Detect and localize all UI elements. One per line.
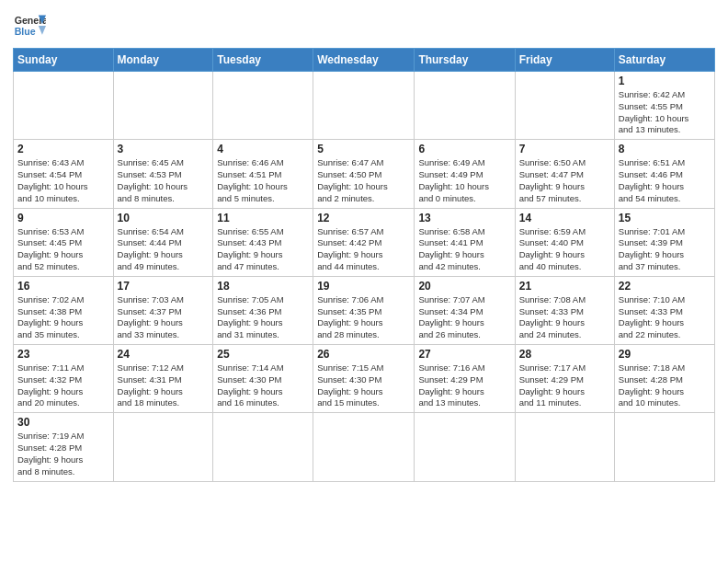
- day-number: 27: [418, 348, 510, 361]
- day-info: Sunrise: 6:55 AM Sunset: 4:43 PM Dayligh…: [217, 226, 309, 273]
- day-cell: 1Sunrise: 6:42 AM Sunset: 4:55 PM Daylig…: [614, 72, 714, 140]
- day-cell: [614, 413, 714, 481]
- day-cell: 4Sunrise: 6:46 AM Sunset: 4:51 PM Daylig…: [213, 140, 313, 208]
- day-number: 5: [317, 143, 410, 155]
- week-row-6: 30Sunrise: 7:19 AM Sunset: 4:28 PM Dayli…: [14, 413, 715, 481]
- day-cell: 18Sunrise: 7:05 AM Sunset: 4:36 PM Dayli…: [213, 276, 313, 344]
- day-info: Sunrise: 7:05 AM Sunset: 4:36 PM Dayligh…: [217, 294, 309, 341]
- day-number: 26: [317, 348, 410, 361]
- day-info: Sunrise: 6:43 AM Sunset: 4:54 PM Dayligh…: [17, 157, 109, 204]
- day-info: Sunrise: 7:17 AM Sunset: 4:29 PM Dayligh…: [519, 362, 610, 409]
- day-number: 20: [418, 280, 510, 293]
- day-number: 4: [217, 143, 309, 155]
- day-info: Sunrise: 7:19 AM Sunset: 4:28 PM Dayligh…: [17, 431, 109, 477]
- weekday-header-monday: Monday: [113, 49, 213, 72]
- day-cell: 29Sunrise: 7:18 AM Sunset: 4:28 PM Dayli…: [614, 345, 714, 413]
- day-info: Sunrise: 6:51 AM Sunset: 4:46 PM Dayligh…: [619, 157, 711, 204]
- day-info: Sunrise: 7:02 AM Sunset: 4:38 PM Dayligh…: [17, 294, 109, 341]
- day-cell: 15Sunrise: 7:01 AM Sunset: 4:39 PM Dayli…: [614, 208, 714, 276]
- day-number: 7: [519, 143, 610, 155]
- day-cell: 16Sunrise: 7:02 AM Sunset: 4:38 PM Dayli…: [14, 276, 114, 344]
- day-number: 13: [418, 212, 510, 224]
- day-number: 17: [118, 280, 210, 293]
- day-number: 11: [217, 212, 309, 224]
- day-cell: 13Sunrise: 6:58 AM Sunset: 4:41 PM Dayli…: [415, 208, 515, 276]
- day-cell: 9Sunrise: 6:53 AM Sunset: 4:45 PM Daylig…: [14, 208, 114, 276]
- day-cell: 7Sunrise: 6:50 AM Sunset: 4:47 PM Daylig…: [515, 140, 614, 208]
- day-info: Sunrise: 6:47 AM Sunset: 4:50 PM Dayligh…: [317, 157, 410, 204]
- day-number: 18: [217, 280, 309, 293]
- day-cell: 21Sunrise: 7:08 AM Sunset: 4:33 PM Dayli…: [515, 276, 614, 344]
- day-number: 6: [418, 143, 510, 155]
- day-number: 24: [118, 348, 210, 361]
- day-cell: 2Sunrise: 6:43 AM Sunset: 4:54 PM Daylig…: [14, 140, 114, 208]
- day-info: Sunrise: 6:50 AM Sunset: 4:47 PM Dayligh…: [519, 157, 610, 204]
- day-cell: 20Sunrise: 7:07 AM Sunset: 4:34 PM Dayli…: [415, 276, 515, 344]
- day-info: Sunrise: 7:10 AM Sunset: 4:33 PM Dayligh…: [619, 294, 711, 341]
- calendar-page: General Blue SundayMondayTuesdayWednesda…: [0, 0, 728, 563]
- day-cell: [113, 413, 213, 481]
- day-number: 30: [17, 416, 109, 429]
- day-number: 22: [619, 280, 711, 293]
- day-info: Sunrise: 7:03 AM Sunset: 4:37 PM Dayligh…: [118, 294, 210, 341]
- day-cell: 24Sunrise: 7:12 AM Sunset: 4:31 PM Dayli…: [113, 345, 213, 413]
- day-number: 19: [317, 280, 410, 293]
- day-cell: 25Sunrise: 7:14 AM Sunset: 4:30 PM Dayli…: [213, 345, 313, 413]
- day-number: 10: [118, 212, 210, 224]
- day-cell: 14Sunrise: 6:59 AM Sunset: 4:40 PM Dayli…: [515, 208, 614, 276]
- day-number: 29: [619, 348, 711, 361]
- day-cell: [415, 413, 515, 481]
- day-info: Sunrise: 6:46 AM Sunset: 4:51 PM Dayligh…: [217, 157, 309, 204]
- day-cell: [415, 72, 515, 140]
- day-cell: 23Sunrise: 7:11 AM Sunset: 4:32 PM Dayli…: [14, 345, 114, 413]
- day-cell: 22Sunrise: 7:10 AM Sunset: 4:33 PM Dayli…: [614, 276, 714, 344]
- week-row-3: 9Sunrise: 6:53 AM Sunset: 4:45 PM Daylig…: [14, 208, 715, 276]
- weekday-header-sunday: Sunday: [14, 49, 114, 72]
- day-info: Sunrise: 6:53 AM Sunset: 4:45 PM Dayligh…: [17, 226, 109, 273]
- day-info: Sunrise: 7:11 AM Sunset: 4:32 PM Dayligh…: [17, 362, 109, 409]
- day-cell: [313, 413, 415, 481]
- week-row-1: 1Sunrise: 6:42 AM Sunset: 4:55 PM Daylig…: [14, 72, 715, 140]
- weekday-header-saturday: Saturday: [614, 49, 714, 72]
- day-number: 8: [619, 143, 711, 155]
- day-cell: 3Sunrise: 6:45 AM Sunset: 4:53 PM Daylig…: [113, 140, 213, 208]
- day-cell: 26Sunrise: 7:15 AM Sunset: 4:30 PM Dayli…: [313, 345, 415, 413]
- day-cell: 12Sunrise: 6:57 AM Sunset: 4:42 PM Dayli…: [313, 208, 415, 276]
- day-number: 25: [217, 348, 309, 361]
- calendar-table: SundayMondayTuesdayWednesdayThursdayFrid…: [13, 48, 715, 482]
- day-info: Sunrise: 6:58 AM Sunset: 4:41 PM Dayligh…: [418, 226, 510, 273]
- day-info: Sunrise: 6:42 AM Sunset: 4:55 PM Dayligh…: [619, 89, 711, 136]
- day-info: Sunrise: 7:15 AM Sunset: 4:30 PM Dayligh…: [317, 362, 410, 409]
- day-info: Sunrise: 7:14 AM Sunset: 4:30 PM Dayligh…: [217, 362, 309, 409]
- day-cell: 11Sunrise: 6:55 AM Sunset: 4:43 PM Dayli…: [213, 208, 313, 276]
- day-cell: [113, 72, 213, 140]
- logo-icon: General Blue: [13, 9, 46, 42]
- day-info: Sunrise: 6:59 AM Sunset: 4:40 PM Dayligh…: [519, 226, 610, 273]
- weekday-header-thursday: Thursday: [415, 49, 515, 72]
- day-info: Sunrise: 6:45 AM Sunset: 4:53 PM Dayligh…: [118, 157, 210, 204]
- day-number: 9: [17, 212, 109, 224]
- svg-marker-3: [39, 26, 46, 35]
- svg-text:Blue: Blue: [15, 26, 36, 37]
- day-info: Sunrise: 6:54 AM Sunset: 4:44 PM Dayligh…: [118, 226, 210, 273]
- day-cell: 10Sunrise: 6:54 AM Sunset: 4:44 PM Dayli…: [113, 208, 213, 276]
- day-info: Sunrise: 7:18 AM Sunset: 4:28 PM Dayligh…: [619, 362, 711, 409]
- week-row-2: 2Sunrise: 6:43 AM Sunset: 4:54 PM Daylig…: [14, 140, 715, 208]
- day-cell: [515, 413, 614, 481]
- day-cell: [213, 413, 313, 481]
- day-number: 12: [317, 212, 410, 224]
- day-info: Sunrise: 6:49 AM Sunset: 4:49 PM Dayligh…: [418, 157, 510, 204]
- weekday-header-friday: Friday: [515, 49, 614, 72]
- day-number: 15: [619, 212, 711, 224]
- day-number: 14: [519, 212, 610, 224]
- day-info: Sunrise: 7:12 AM Sunset: 4:31 PM Dayligh…: [118, 362, 210, 409]
- day-number: 23: [17, 348, 109, 361]
- day-cell: 30Sunrise: 7:19 AM Sunset: 4:28 PM Dayli…: [14, 413, 114, 481]
- day-cell: 28Sunrise: 7:17 AM Sunset: 4:29 PM Dayli…: [515, 345, 614, 413]
- day-info: Sunrise: 7:06 AM Sunset: 4:35 PM Dayligh…: [317, 294, 410, 341]
- page-header: General Blue: [13, 9, 715, 42]
- week-row-5: 23Sunrise: 7:11 AM Sunset: 4:32 PM Dayli…: [14, 345, 715, 413]
- day-info: Sunrise: 6:57 AM Sunset: 4:42 PM Dayligh…: [317, 226, 410, 273]
- weekday-header-wednesday: Wednesday: [313, 49, 415, 72]
- day-cell: 27Sunrise: 7:16 AM Sunset: 4:29 PM Dayli…: [415, 345, 515, 413]
